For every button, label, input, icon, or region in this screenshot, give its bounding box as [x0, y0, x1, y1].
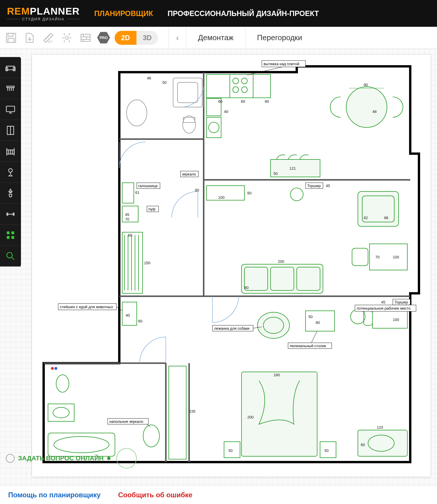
svg-point-129 — [56, 375, 69, 392]
svg-text:50: 50 — [162, 80, 166, 85]
svg-text:121: 121 — [289, 166, 296, 171]
export-icon[interactable] — [23, 31, 37, 45]
svg-text:60: 60 — [361, 443, 365, 447]
pro-badge[interactable]: PRO — [97, 31, 110, 44]
palette-chair-icon[interactable] — [0, 162, 21, 183]
view-toggle: 2D 3D — [115, 31, 158, 45]
svg-text:180: 180 — [273, 373, 280, 377]
footer-help-link[interactable]: Помощь по планировщику — [8, 491, 101, 499]
svg-text:80: 80 — [316, 320, 320, 325]
toolbar: m² PRO 2D 3D ‹ Демонтаж Перегородки — [0, 27, 437, 49]
measure-icon[interactable]: m² — [41, 31, 55, 45]
svg-text:80: 80 — [265, 99, 269, 104]
svg-text:200: 200 — [278, 259, 284, 264]
canvas-area[interactable]: вытяжка над плитой 90 48 121 50 Торшер 4… — [0, 49, 437, 485]
svg-text:50: 50 — [273, 171, 278, 176]
svg-text:60: 60 — [128, 233, 132, 237]
palette-gym-icon[interactable] — [0, 204, 21, 225]
tab-partitions[interactable]: Перегородки — [245, 27, 314, 49]
svg-point-48 — [346, 87, 387, 127]
svg-rect-15 — [11, 231, 14, 234]
svg-point-130 — [51, 367, 54, 370]
svg-rect-16 — [7, 236, 9, 239]
palette-search-icon[interactable] — [0, 246, 21, 267]
svg-point-34 — [127, 100, 147, 126]
svg-text:100: 100 — [218, 195, 225, 200]
svg-rect-9 — [7, 86, 14, 88]
svg-point-131 — [54, 367, 57, 370]
svg-rect-127 — [48, 404, 74, 421]
view-2d[interactable]: 2D — [115, 31, 136, 45]
svg-rect-33 — [177, 82, 198, 103]
palette-sofa-icon[interactable] — [0, 57, 21, 78]
svg-rect-121 — [169, 366, 186, 459]
logo[interactable]: REMPLANNER СТУДИЯ ДИЗАЙНА — [7, 6, 80, 21]
svg-rect-117 — [358, 430, 407, 456]
svg-point-56 — [290, 188, 303, 201]
label-hood: вытяжка над плитой — [264, 62, 299, 66]
logo-subtitle: СТУДИЯ ДИЗАЙНА — [7, 17, 80, 21]
svg-point-35 — [183, 116, 196, 133]
svg-text:50: 50 — [308, 315, 312, 319]
svg-point-18 — [7, 252, 12, 258]
svg-rect-1 — [8, 33, 13, 36]
wall-icon[interactable] — [79, 31, 93, 45]
svg-text:90: 90 — [364, 83, 368, 87]
svg-text:60: 60 — [218, 99, 222, 104]
nav-pro-design[interactable]: ПРОФЕССИОНАЛЬНЫЙ ДИЗАЙН-ПРОЕКТ — [168, 9, 319, 18]
svg-rect-38 — [230, 74, 253, 98]
svg-rect-77 — [122, 183, 134, 203]
settings-icon[interactable] — [60, 31, 74, 45]
furniture-palette — [0, 57, 21, 267]
footer-error-link[interactable]: Сообщить об ошибке — [118, 491, 192, 499]
palette-plant-icon[interactable] — [0, 183, 21, 204]
svg-rect-60 — [241, 264, 323, 293]
label-pet: стейшен с едой для животных — [60, 305, 113, 309]
svg-rect-71 — [352, 248, 368, 266]
label-changing: пеленальный столик — [290, 344, 326, 348]
label-dogbed: лежанка для собаки — [214, 326, 250, 331]
palette-wardrobe-icon[interactable] — [0, 120, 21, 141]
svg-point-39 — [233, 78, 239, 84]
svg-text:45: 45 — [326, 184, 330, 188]
svg-text:150: 150 — [144, 261, 150, 265]
chat-label: ЗАДАТЬ ВОПРОС ОНЛАЙН — [18, 455, 104, 462]
svg-point-128 — [53, 407, 69, 418]
svg-text:100: 100 — [393, 255, 399, 259]
svg-text:45: 45 — [125, 212, 129, 217]
label-floor-mirror: напольное зеркало — [109, 419, 143, 424]
svg-point-13 — [9, 168, 13, 172]
svg-rect-17 — [11, 236, 14, 239]
online-dot-icon — [107, 457, 111, 460]
floorplan[interactable]: вытяжка над плитой 90 48 121 50 Торшер 4… — [32, 55, 431, 477]
view-3d[interactable]: 3D — [136, 31, 158, 45]
palette-table-icon[interactable] — [0, 78, 21, 99]
footer: Помощь по планировщику Сообщить об ошибк… — [0, 485, 437, 504]
label-workplace: потенциальное рабочее место — [357, 306, 411, 310]
pulse-ring-icon — [116, 448, 137, 468]
svg-text:48: 48 — [372, 109, 376, 114]
svg-rect-110 — [241, 372, 317, 456]
svg-text:80: 80 — [195, 188, 199, 192]
svg-text:60: 60 — [138, 319, 142, 323]
palette-crib-icon[interactable] — [0, 141, 21, 162]
label-lamp2: Торшер — [395, 300, 408, 304]
label-mirror: зеркало — [182, 172, 196, 176]
save-icon[interactable] — [4, 31, 18, 45]
svg-text:96: 96 — [384, 216, 388, 220]
chat-online[interactable]: ЗАДАТЬ ВОПРОС ОНЛАЙН — [6, 454, 111, 463]
nav-planner[interactable]: ПЛАНИРОВЩИК — [94, 9, 153, 18]
svg-point-40 — [241, 78, 247, 84]
svg-text:80: 80 — [244, 285, 248, 290]
palette-grid-icon[interactable] — [0, 225, 21, 246]
svg-text:46: 46 — [147, 76, 151, 80]
tabs-prev[interactable]: ‹ — [168, 27, 186, 49]
svg-rect-80 — [122, 206, 138, 222]
svg-rect-8 — [13, 68, 15, 71]
tab-demolition[interactable]: Демонтаж — [186, 27, 245, 49]
svg-text:40: 40 — [224, 109, 228, 114]
svg-rect-2 — [8, 38, 14, 42]
palette-tv-icon[interactable] — [0, 99, 21, 120]
app-header: REMPLANNER СТУДИЯ ДИЗАЙНА ПЛАНИРОВЩИК ПР… — [0, 0, 437, 27]
svg-text:70: 70 — [375, 255, 379, 259]
